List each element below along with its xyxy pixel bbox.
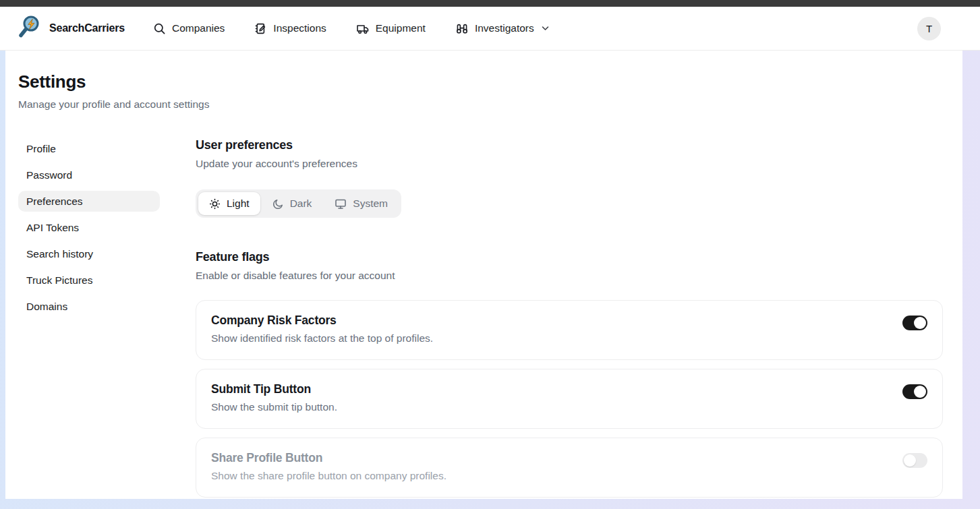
page-subtitle: Manage your profile and account settings: [18, 98, 943, 111]
search-icon: [153, 22, 166, 35]
flag-card-share-profile-button: Share Profile Button Show the share prof…: [196, 438, 943, 498]
flag-title: Company Risk Factors: [211, 313, 433, 328]
flag-title: Submit Tip Button: [211, 382, 337, 396]
nav-item-investigators[interactable]: Investigators: [455, 22, 549, 35]
theme-option-label: Dark: [290, 198, 312, 210]
flag-text: Company Risk Factors Show identified ris…: [211, 313, 433, 345]
flag-description: Show identified risk factors at the top …: [211, 332, 433, 345]
nav-item-label: Companies: [172, 22, 225, 34]
flag-card-company-risk-factors: Company Risk Factors Show identified ris…: [196, 300, 943, 360]
feature-flags-heading: Feature flags: [196, 250, 943, 264]
nav-item-companies[interactable]: Companies: [153, 22, 225, 35]
theme-option-dark[interactable]: Dark: [262, 192, 323, 215]
nav-item-label: Equipment: [376, 22, 426, 34]
theme-option-light[interactable]: Light: [198, 192, 260, 215]
sidebar-item-truck-pictures[interactable]: Truck Pictures: [18, 270, 160, 291]
feature-flags-subheading: Enable or disable features for your acco…: [196, 270, 943, 282]
user-avatar[interactable]: T: [917, 17, 941, 40]
theme-option-label: System: [353, 198, 388, 210]
user-preferences-section: User preferences Update your account's p…: [196, 138, 943, 218]
searchcarriers-logo-icon: [16, 13, 41, 43]
flag-description: Show the share profile button on company…: [211, 470, 446, 482]
sidebar-item-domains[interactable]: Domains: [18, 296, 160, 317]
toggle-knob: [914, 386, 926, 398]
sidebar-item-profile[interactable]: Profile: [18, 138, 160, 159]
nav-item-equipment[interactable]: Equipment: [356, 22, 426, 35]
flag-title: Share Profile Button: [211, 451, 446, 465]
top-strip: [0, 0, 980, 7]
user-preferences-subheading: Update your account's preferences: [196, 158, 943, 170]
chevron-down-icon: [542, 26, 549, 31]
brand-name: SearchCarriers: [49, 22, 125, 34]
feature-flag-list: Company Risk Factors Show identified ris…: [196, 300, 943, 509]
toggle-knob: [914, 317, 926, 329]
main-nav: Companies Inspections: [153, 22, 549, 35]
flag-text: Share Profile Button Show the share prof…: [211, 451, 446, 482]
nav-item-label: Investigators: [475, 22, 534, 34]
flag-text: Submit Tip Button Show the submit tip bu…: [211, 382, 337, 413]
page-title: Settings: [18, 71, 943, 92]
toggle-company-risk-factors[interactable]: [902, 316, 927, 330]
sidebar-item-preferences[interactable]: Preferences: [18, 191, 160, 212]
toggle-knob: [904, 454, 916, 467]
feature-flags-section: Feature flags Enable or disable features…: [196, 250, 943, 509]
toggle-submit-tip-button[interactable]: [902, 384, 927, 399]
sun-icon: [209, 198, 221, 210]
truck-icon: [356, 22, 370, 35]
navbar: SearchCarriers Companies Inspections: [0, 7, 980, 51]
nav-item-inspections[interactable]: Inspections: [254, 22, 326, 35]
flag-description: Show the submit tip button.: [211, 401, 337, 413]
theme-option-system[interactable]: System: [324, 192, 399, 215]
inspection-icon: [254, 22, 267, 35]
flag-card-submit-tip-button: Submit Tip Button Show the submit tip bu…: [196, 369, 943, 429]
brand[interactable]: SearchCarriers: [16, 13, 125, 43]
moon-icon: [272, 198, 284, 210]
sidebar-item-api-tokens[interactable]: API Tokens: [18, 217, 160, 238]
settings-panel: Settings Manage your profile and account…: [5, 51, 962, 499]
monitor-icon: [335, 198, 347, 210]
binoculars-icon: [455, 22, 469, 35]
toggle-share-profile-button: [902, 453, 927, 468]
theme-segmented-control: Light Dark: [196, 189, 401, 218]
user-preferences-heading: User preferences: [196, 138, 943, 152]
sidebar-item-password[interactable]: Password: [18, 164, 160, 185]
theme-option-label: Light: [227, 198, 250, 210]
sidebar-item-search-history[interactable]: Search history: [18, 243, 160, 264]
nav-item-label: Inspections: [273, 22, 326, 34]
settings-side-nav: Profile Password Preferences API Tokens …: [18, 138, 160, 509]
